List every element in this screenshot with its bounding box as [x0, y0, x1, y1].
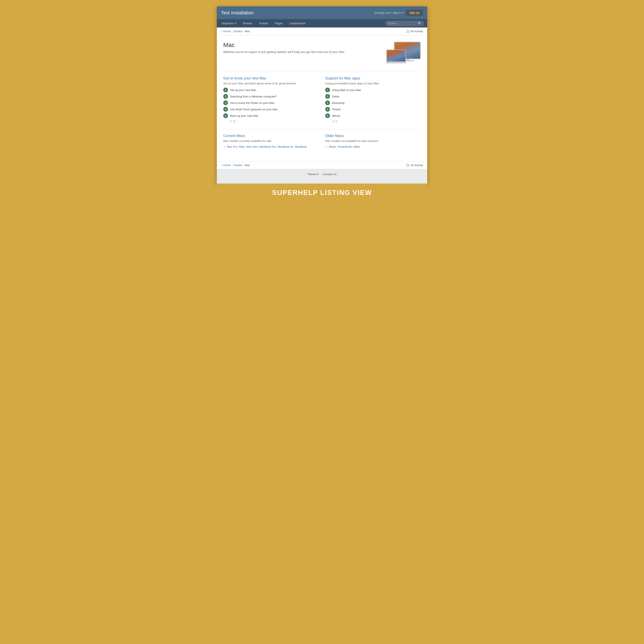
nav-item-dropdown[interactable]: dropdown ▾ [218, 19, 240, 27]
num-badge-r2: 2 [325, 94, 330, 99]
existing-user-text[interactable]: Existing user? Sign In ▾ [374, 11, 403, 14]
header-right: Existing user? Sign In ▾ Sign Up [374, 9, 423, 16]
breadcrumb-top: ⌂ Home › Guides › Mac [221, 30, 250, 33]
category-desc-older: Mac models not available for sale anymor… [325, 139, 421, 143]
link-mac-mini[interactable]: Mac mini [246, 145, 258, 148]
link-imac[interactable]: iMac [239, 145, 245, 148]
activity-icon: 📋 [406, 30, 409, 33]
page-title: Mac [223, 42, 345, 49]
section-get-to-know: Get to know your new Mac Set up your Mac… [223, 76, 319, 123]
home-icon: ⌂ [221, 30, 223, 33]
breadcrumb-sep-2: › [243, 30, 244, 33]
list-item: 2 Safari [325, 94, 421, 99]
numbered-list-support-apps: 1 Using Mail on your Mac 2 Safari 3 Boot… [325, 88, 421, 118]
articles-columns: Get to know your new Mac Set up your Mac… [223, 76, 421, 123]
nav-item-activity[interactable]: Activity [256, 19, 271, 27]
breadcrumb-bar-bottom: ⌂ Home › Guides › Mac 📋 All Activity [217, 161, 427, 169]
footer: Theme ▾ Contact Us [217, 169, 427, 179]
sep-b2: › [243, 164, 244, 167]
section-title-get-to-know[interactable]: Get to know your new Mac [223, 76, 319, 81]
category-desc-current: Mac models currently available for sale [223, 139, 319, 143]
breadcrumb-bar-top: ⌂ Home › Guides › Mac 📋 All Activity [217, 27, 427, 35]
num-badge-r1: 1 [325, 88, 330, 92]
arrow-icon-current: ↳ [223, 145, 226, 148]
link-ibook[interactable]: iBook [329, 145, 336, 148]
num-badge-4: 4 [223, 107, 228, 112]
mac-illustration [386, 42, 421, 65]
num-badge-2: 2 [223, 94, 228, 99]
list-item: 3 Bootcamp [325, 100, 421, 105]
breadcrumb-sep-1: › [232, 30, 233, 33]
mac-laptop-base [386, 61, 406, 63]
search-input[interactable] [388, 22, 418, 25]
num-badge-5: 5 [223, 113, 228, 118]
list-item: 2 Switching from a Windows computer? [223, 94, 319, 99]
page-description: Whether you're an expert or just getting… [223, 50, 345, 54]
link-macbook-pro[interactable]: MacBook Pro [259, 145, 276, 148]
list-item: 1 Set up your new Mac [223, 88, 319, 92]
nav-search[interactable]: 🔍 [385, 21, 424, 26]
hero-image [386, 42, 421, 65]
num-badge-1: 1 [223, 88, 228, 92]
hero-section: Mac Whether you're an expert or just get… [223, 42, 421, 65]
list-item: 5 Back up your new Mac [223, 113, 319, 118]
link-powerbook[interactable]: PowerBook [337, 145, 352, 148]
list-item: 4 Photos [325, 107, 421, 112]
content-area: ⌂ Home › Guides › Mac 📋 All Activity [217, 27, 427, 184]
more-items-right: (+ 1) [332, 120, 421, 123]
section-desc-support-apps: Using pre-installed Apple apps on your M… [325, 82, 421, 85]
category-links-current: ↳ Mac Pro, iMac, Mac mini, MacBook Pro, … [223, 145, 319, 148]
activity-icon-bottom: 📋 [406, 164, 409, 167]
all-activity-link-top[interactable]: 📋 All Activity [406, 30, 423, 33]
section-title-support-apps[interactable]: Support for Mac apps [325, 76, 421, 81]
nav-item-browse[interactable]: Browse [240, 19, 256, 27]
section-desc-get-to-know: Set up your Mac and learn about some of … [223, 82, 319, 85]
nav-item-leaderboard[interactable]: Leaderboard [286, 19, 309, 27]
num-badge-r4: 4 [325, 107, 330, 112]
link-emac[interactable]: eMac [353, 145, 360, 148]
sign-up-button[interactable]: Sign Up [406, 9, 423, 16]
breadcrumb-bottom-home[interactable]: ⌂ Home [221, 164, 231, 167]
num-badge-3: 3 [223, 100, 228, 105]
sep-b1: › [232, 164, 233, 167]
category-older-macs: Older Macs Mac models not available for … [325, 134, 421, 148]
numbered-list-get-to-know: 1 Set up your new Mac 2 Switching from a… [223, 88, 319, 118]
main-card: Mac Whether you're an expert or just get… [217, 35, 427, 161]
mac-laptop-screen [386, 50, 406, 62]
list-item: 5 iMovie [325, 113, 421, 118]
link-macbook-air[interactable]: MacBook Air [278, 145, 293, 148]
section-support-apps: Support for Mac apps Using pre-installed… [325, 76, 421, 123]
link-mac-pro[interactable]: Mac Pro [227, 145, 237, 148]
site-title: Test Installation [221, 10, 254, 16]
theme-link[interactable]: Theme ▾ [307, 173, 318, 176]
list-item: 1 Using Mail on your Mac [325, 88, 421, 92]
search-icon: 🔍 [418, 22, 422, 25]
banner-text: SUPERHELP LISTING VIEW [221, 189, 423, 197]
breadcrumb-guides[interactable]: Guides [233, 30, 242, 33]
num-badge-r3: 3 [325, 100, 330, 105]
category-title-current[interactable]: Current Macs [223, 134, 319, 138]
top-header: Test Installation Existing user? Sign In… [217, 6, 427, 19]
link-macbook[interactable]: MacBook [295, 145, 307, 148]
arrow-icon-older: ↳ [325, 145, 328, 148]
category-title-older[interactable]: Older Macs [325, 134, 421, 138]
nav-item-pages[interactable]: Pages [271, 19, 286, 27]
breadcrumb-current: Mac [245, 30, 250, 33]
list-item: 3 Get to know the Finder on your Mac [223, 100, 319, 105]
num-badge-r5: 5 [325, 113, 330, 118]
breadcrumb-bottom-guides[interactable]: Guides [233, 164, 242, 167]
home-icon-bottom: ⌂ [221, 164, 223, 167]
divider-1 [223, 72, 421, 72]
breadcrumb-bottom: ⌂ Home › Guides › Mac [221, 164, 250, 167]
all-activity-link-bottom[interactable]: 📋 All Activity [406, 164, 423, 167]
category-current-macs: Current Macs Mac models currently availa… [223, 134, 319, 148]
breadcrumb-home[interactable]: ⌂ Home [221, 30, 231, 33]
nav-bar: dropdown ▾ Browse Activity Pages Leaderb… [217, 19, 427, 27]
hero-text: Mac Whether you're an expert or just get… [223, 42, 345, 54]
category-links-older: ↳ iBook, PowerBook, eMac [325, 145, 421, 148]
bottom-banner: SUPERHELP LISTING VIEW [217, 184, 427, 202]
more-items-left: (+ 2) [230, 120, 319, 123]
breadcrumb-bottom-current: Mac [245, 164, 250, 167]
category-columns: Current Macs Mac models currently availa… [223, 134, 421, 148]
contact-link[interactable]: Contact Us [323, 173, 336, 176]
